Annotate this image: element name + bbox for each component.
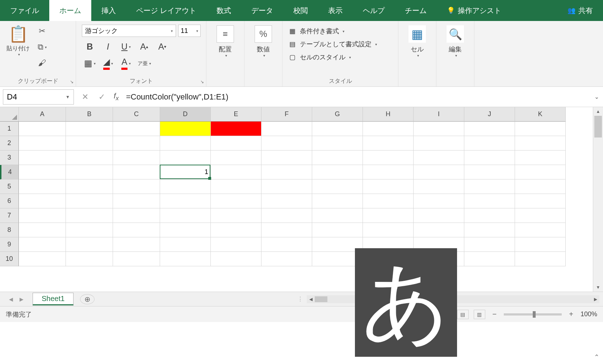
cell-A9[interactable] xyxy=(19,237,66,252)
cell-I5[interactable] xyxy=(414,179,464,194)
scroll-up-button[interactable]: ▲ xyxy=(593,107,603,116)
tab-page-layout[interactable]: ページ レイアウト xyxy=(126,0,206,21)
cell-C6[interactable] xyxy=(113,194,160,208)
cell-D2[interactable] xyxy=(160,136,211,151)
cell-F9[interactable] xyxy=(261,237,312,252)
cell-A4[interactable] xyxy=(19,165,66,179)
cell-K2[interactable] xyxy=(515,136,566,151)
cell-H2[interactable] xyxy=(363,136,414,151)
cell-J4[interactable] xyxy=(464,165,515,179)
borders-button[interactable]: ▦▾ xyxy=(82,56,98,70)
tab-split-handle[interactable]: ⋮ xyxy=(297,296,303,302)
cell-K10[interactable] xyxy=(515,252,566,266)
phonetic-button[interactable]: ア亜▾ xyxy=(136,56,152,70)
tab-share[interactable]: 👥共有 xyxy=(557,0,603,21)
cell-E2[interactable] xyxy=(211,136,261,151)
tab-help[interactable]: ヘルプ xyxy=(353,0,395,21)
cell-H8[interactable] xyxy=(363,223,414,237)
cell-H5[interactable] xyxy=(363,179,414,194)
cell-E5[interactable] xyxy=(211,179,261,194)
cell-H4[interactable] xyxy=(363,165,414,179)
format-as-table-button[interactable]: ▤テーブルとして書式設定▾ xyxy=(286,38,378,50)
cell-G6[interactable] xyxy=(312,194,363,208)
tab-home[interactable]: ホーム xyxy=(49,0,91,21)
cell-K5[interactable] xyxy=(515,179,566,194)
formula-input[interactable]: =CountColor("yellow",D1:E1) xyxy=(122,91,590,103)
paste-button[interactable]: 📋 貼り付け ▾ xyxy=(4,23,33,58)
cell-A6[interactable] xyxy=(19,194,66,208)
cell-G3[interactable] xyxy=(312,151,363,165)
vscroll-thumb[interactable] xyxy=(594,116,602,137)
cell-C1[interactable] xyxy=(113,122,160,136)
cell-I8[interactable] xyxy=(414,223,464,237)
cell-H6[interactable] xyxy=(363,194,414,208)
shrink-font-button[interactable]: A▾ xyxy=(154,40,170,54)
tab-formulas[interactable]: 数式 xyxy=(206,0,241,21)
row-header-8[interactable]: 8 xyxy=(0,223,19,237)
column-header-I[interactable]: I xyxy=(414,107,464,122)
cell-K3[interactable] xyxy=(515,151,566,165)
tab-review[interactable]: 校閲 xyxy=(283,0,318,21)
cell-C8[interactable] xyxy=(113,223,160,237)
cell-styles-button[interactable]: ▢セルのスタイル▾ xyxy=(286,51,352,63)
chevron-down-icon[interactable]: ▼ xyxy=(66,94,70,100)
scroll-down-button[interactable]: ▼ xyxy=(593,283,603,292)
cell-H1[interactable] xyxy=(363,122,414,136)
cell-D3[interactable] xyxy=(160,151,211,165)
cell-J6[interactable] xyxy=(464,194,515,208)
chevron-down-icon[interactable]: ▾ xyxy=(263,54,265,58)
cell-C5[interactable] xyxy=(113,179,160,194)
cell-K7[interactable] xyxy=(515,208,566,223)
tab-team[interactable]: チーム xyxy=(395,0,437,21)
clipboard-launcher[interactable]: ↘ xyxy=(69,79,74,84)
zoom-slider[interactable] xyxy=(504,313,562,316)
column-header-A[interactable]: A xyxy=(19,107,66,122)
cell-C3[interactable] xyxy=(113,151,160,165)
fill-color-button[interactable]: ◢▾ xyxy=(100,56,116,70)
tab-view[interactable]: 表示 xyxy=(318,0,353,21)
cell-G2[interactable] xyxy=(312,136,363,151)
row-header-9[interactable]: 9 xyxy=(0,237,19,252)
column-header-G[interactable]: G xyxy=(312,107,363,122)
cell-B2[interactable] xyxy=(66,136,113,151)
column-header-H[interactable]: H xyxy=(363,107,414,122)
row-header-4[interactable]: 4 xyxy=(0,165,19,179)
zoom-level[interactable]: 100% xyxy=(581,310,597,318)
row-header-7[interactable]: 7 xyxy=(0,208,19,223)
zoom-thumb[interactable] xyxy=(533,311,536,318)
name-box[interactable]: D4 ▼ xyxy=(3,89,74,105)
cell-A7[interactable] xyxy=(19,208,66,223)
cell-K1[interactable] xyxy=(515,122,566,136)
sheet-prev-button[interactable]: ◀ xyxy=(9,296,13,302)
column-header-C[interactable]: C xyxy=(113,107,160,122)
cell-B4[interactable] xyxy=(66,165,113,179)
cell-E6[interactable] xyxy=(211,194,261,208)
zoom-in-button[interactable]: + xyxy=(567,310,575,318)
scroll-right-button[interactable]: ▶ xyxy=(591,297,599,302)
cell-F10[interactable] xyxy=(261,252,312,266)
cell-K6[interactable] xyxy=(515,194,566,208)
font-size-combo[interactable]: 11▾ xyxy=(178,25,201,37)
cell-E7[interactable] xyxy=(211,208,261,223)
italic-button[interactable]: I xyxy=(100,40,116,54)
cell-F1[interactable] xyxy=(261,122,312,136)
cell-F5[interactable] xyxy=(261,179,312,194)
cell-J2[interactable] xyxy=(464,136,515,151)
row-header-6[interactable]: 6 xyxy=(0,194,19,208)
conditional-formatting-button[interactable]: ▦条件付き書式▾ xyxy=(286,25,345,37)
tab-file[interactable]: ファイル xyxy=(0,0,49,21)
cell-C4[interactable] xyxy=(113,165,160,179)
cell-A2[interactable] xyxy=(19,136,66,151)
column-header-E[interactable]: E xyxy=(211,107,261,122)
column-header-D[interactable]: D xyxy=(160,107,211,122)
row-header-10[interactable]: 10 xyxy=(0,252,19,266)
cell-D9[interactable] xyxy=(160,237,211,252)
chevron-down-icon[interactable]: ▾ xyxy=(455,54,457,58)
alignment-button[interactable]: ≡ xyxy=(217,25,234,43)
row-header-5[interactable]: 5 xyxy=(0,179,19,194)
cell-K4[interactable] xyxy=(515,165,566,179)
cell-F2[interactable] xyxy=(261,136,312,151)
row-header-1[interactable]: 1 xyxy=(0,122,19,136)
cell-I7[interactable] xyxy=(414,208,464,223)
cell-I2[interactable] xyxy=(414,136,464,151)
